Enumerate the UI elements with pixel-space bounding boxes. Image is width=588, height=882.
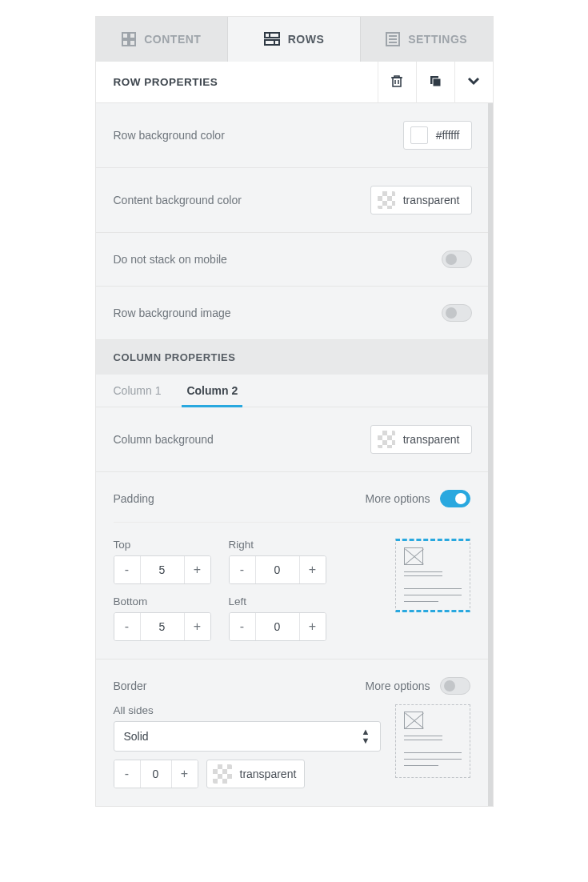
tab-settings-label: SETTINGS [408, 33, 467, 46]
content-bg-color-property: Content background color transparent [96, 168, 488, 233]
border-preview [395, 704, 470, 778]
padding-bottom-input[interactable] [140, 613, 185, 640]
border-width-input[interactable] [140, 760, 172, 788]
padding-left-stepper: - + [229, 612, 326, 641]
content-bg-color-picker[interactable]: transparent [370, 186, 472, 214]
svg-rect-5 [265, 40, 279, 45]
tab-settings[interactable]: SETTINGS [361, 17, 493, 62]
no-stack-property: Do not stack on mobile [96, 233, 488, 287]
border-section: Border More options All sides Solid ▲▼ - [96, 659, 488, 806]
padding-right-label: Right [229, 539, 326, 551]
border-width-stepper: - + [114, 760, 198, 788]
padding-left-decrement[interactable]: - [230, 613, 255, 640]
padding-more-label: More options [366, 492, 430, 505]
padding-left-input[interactable] [255, 613, 300, 640]
row-bg-color-value: #ffffff [436, 129, 460, 142]
column-bg-property: Column background transparent [96, 407, 488, 472]
border-color-value: transparent [240, 768, 297, 780]
border-label: Border [114, 680, 147, 692]
transparent-swatch [378, 191, 395, 209]
padding-section: Padding More options Top - + [96, 472, 488, 659]
padding-top-increment[interactable]: + [185, 556, 210, 583]
bg-image-toggle[interactable] [442, 304, 472, 322]
row-bg-color-label: Row background color [114, 129, 225, 142]
chevron-down-icon [466, 74, 481, 91]
padding-left-label: Left [229, 595, 326, 607]
border-color-picker[interactable]: transparent [206, 760, 306, 788]
padding-right-increment[interactable]: + [300, 556, 326, 583]
padding-right-stepper: - + [229, 555, 326, 584]
trash-icon [390, 74, 404, 91]
tab-content-label: CONTENT [144, 33, 201, 46]
svg-rect-2 [122, 40, 128, 46]
grid-icon [122, 32, 136, 46]
bg-image-label: Row background image [114, 307, 231, 319]
bg-image-property: Row background image [96, 287, 488, 340]
tab-rows[interactable]: ROWS [228, 17, 361, 62]
column-tab-2[interactable]: Column 2 [182, 384, 242, 407]
rows-icon [264, 32, 280, 46]
svg-rect-12 [393, 78, 401, 86]
color-swatch [410, 126, 428, 144]
padding-bottom-decrement[interactable]: - [114, 613, 140, 640]
tab-content[interactable]: CONTENT [96, 17, 229, 62]
collapse-button[interactable] [454, 62, 493, 103]
border-width-increment[interactable]: + [172, 760, 198, 788]
properties-panel: CONTENT ROWS SETTINGS ROW PROPERTIES [95, 16, 494, 807]
column-bg-value: transparent [403, 433, 460, 446]
row-properties-list: Row background color #ffffff Content bac… [96, 103, 493, 806]
no-stack-toggle[interactable] [442, 251, 472, 268]
settings-icon [386, 32, 400, 46]
tab-rows-label: ROWS [288, 33, 325, 46]
border-style-select[interactable]: Solid ▲▼ [114, 721, 381, 752]
delete-button[interactable] [378, 62, 416, 103]
row-bg-color-property: Row background color #ffffff [96, 103, 488, 168]
svg-rect-1 [130, 33, 135, 38]
no-stack-label: Do not stack on mobile [114, 253, 227, 266]
padding-top-label: Top [114, 539, 211, 551]
svg-rect-4 [265, 33, 279, 38]
padding-label: Padding [114, 492, 154, 505]
header-title: ROW PROPERTIES [96, 76, 378, 88]
border-more-label: More options [366, 680, 430, 692]
copy-icon [428, 74, 442, 91]
border-allsides-label: All sides [114, 704, 381, 716]
content-bg-value: transparent [403, 194, 460, 206]
svg-rect-17 [433, 78, 441, 86]
duplicate-button[interactable] [416, 62, 454, 103]
updown-icon: ▲▼ [362, 728, 370, 745]
padding-top-input[interactable] [140, 556, 185, 583]
row-properties-header: ROW PROPERTIES [96, 62, 493, 103]
svg-rect-0 [122, 33, 128, 38]
svg-rect-3 [130, 40, 135, 46]
padding-right-input[interactable] [255, 556, 300, 583]
border-more-toggle[interactable] [440, 677, 470, 695]
padding-right-decrement[interactable]: - [230, 556, 255, 583]
padding-bottom-increment[interactable]: + [185, 613, 210, 640]
column-tabs: Column 1 Column 2 [96, 375, 488, 407]
column-tab-1[interactable]: Column 1 [109, 384, 166, 407]
column-bg-label: Column background [114, 433, 214, 446]
border-width-decrement[interactable]: - [114, 760, 140, 788]
padding-preview [395, 539, 470, 612]
padding-more-toggle[interactable] [440, 490, 470, 507]
border-style-value: Solid [124, 730, 149, 743]
padding-bottom-stepper: - + [114, 612, 211, 641]
padding-left-increment[interactable]: + [300, 613, 326, 640]
column-properties-section-title: COLUMN PROPERTIES [96, 340, 488, 375]
padding-top-stepper: - + [114, 555, 211, 584]
row-bg-color-picker[interactable]: #ffffff [403, 121, 472, 150]
transparent-swatch [378, 431, 395, 448]
content-bg-label: Content background color [114, 194, 242, 206]
padding-bottom-label: Bottom [114, 595, 211, 607]
main-tabs: CONTENT ROWS SETTINGS [96, 17, 493, 62]
padding-top-decrement[interactable]: - [114, 556, 140, 583]
transparent-swatch [213, 764, 232, 784]
column-bg-color-picker[interactable]: transparent [370, 425, 472, 454]
